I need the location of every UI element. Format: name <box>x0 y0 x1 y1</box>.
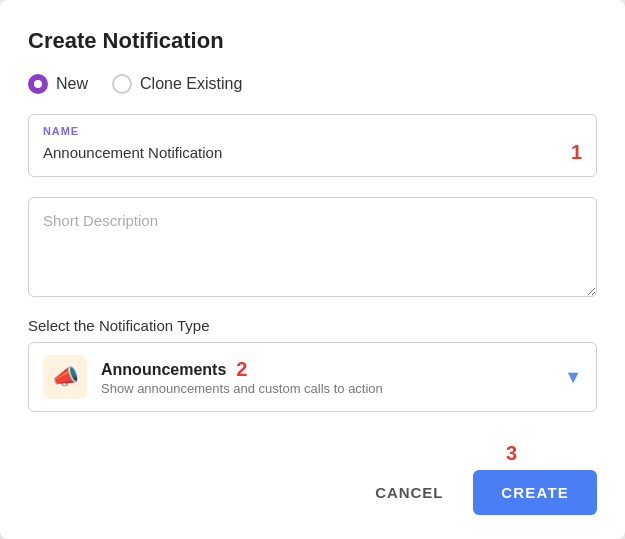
notification-dropdown-left: 📣 Announcements 2 Show announcements and… <box>43 355 383 399</box>
footer-buttons: 3 CANCEL CREATE <box>28 470 597 515</box>
name-field-label: NAME <box>43 125 582 137</box>
notification-type-section: Select the Notification Type 📣 Announcem… <box>28 317 597 412</box>
create-button[interactable]: CREATE <box>473 470 597 515</box>
notification-description: Show announcements and custom calls to a… <box>101 381 383 396</box>
step-badge-3: 3 <box>506 442 517 465</box>
radio-group: New Clone Existing <box>28 74 597 94</box>
name-field-wrapper: NAME 1 <box>28 114 597 177</box>
radio-new-circle[interactable] <box>28 74 48 94</box>
chevron-down-icon: ▼ <box>564 367 582 388</box>
radio-clone[interactable]: Clone Existing <box>112 74 242 94</box>
radio-clone-circle[interactable] <box>112 74 132 94</box>
create-notification-modal: Create Notification New Clone Existing N… <box>0 0 625 539</box>
radio-new[interactable]: New <box>28 74 88 94</box>
radio-new-label: New <box>56 75 88 93</box>
cancel-button[interactable]: CANCEL <box>357 472 461 513</box>
modal-title: Create Notification <box>28 28 597 54</box>
section-label: Select the Notification Type <box>28 317 597 334</box>
notification-info: Announcements 2 Show announcements and c… <box>101 358 383 396</box>
notification-name: Announcements <box>101 361 226 379</box>
step-badge-1: 1 <box>571 141 582 164</box>
notification-type-dropdown[interactable]: 📣 Announcements 2 Show announcements and… <box>28 342 597 412</box>
step-badge-2: 2 <box>236 358 247 381</box>
megaphone-icon: 📣 <box>43 355 87 399</box>
radio-clone-label: Clone Existing <box>140 75 242 93</box>
name-input[interactable] <box>43 144 567 161</box>
description-textarea[interactable] <box>28 197 597 297</box>
